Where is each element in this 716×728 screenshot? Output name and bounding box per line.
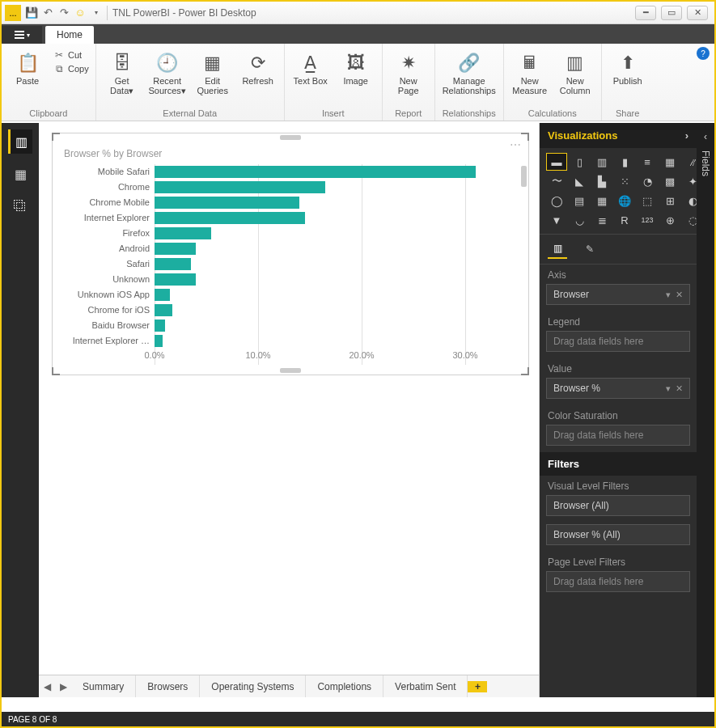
viz-card-icon[interactable]: ⬚: [637, 192, 658, 210]
bar[interactable]: [155, 320, 165, 332]
bar[interactable]: [155, 304, 172, 316]
viz-123-icon[interactable]: 123: [637, 211, 658, 229]
viz-multi-card-icon[interactable]: ⊞: [659, 192, 680, 210]
new-page-button[interactable]: ✷New Page: [388, 49, 430, 97]
bar[interactable]: [155, 181, 325, 193]
format-tab-icon[interactable]: ✎: [580, 239, 599, 259]
viz-100bar-icon[interactable]: ≡: [637, 153, 658, 171]
remove-icon[interactable]: ✕: [676, 383, 683, 394]
get-data-button[interactable]: 🗄Get Data▾: [101, 49, 143, 97]
resize-handle[interactable]: [52, 133, 60, 141]
viz-import-icon[interactable]: ◌: [682, 211, 697, 229]
viz-clustered-column-icon[interactable]: ▮: [614, 153, 635, 171]
page-next-icon[interactable]: ▶: [55, 681, 71, 692]
viz-scatter-icon[interactable]: ⁙: [614, 172, 635, 190]
filter-browser[interactable]: Browser (All): [546, 495, 690, 516]
viz-custom-icon[interactable]: ⊕: [659, 211, 680, 229]
color-saturation-well[interactable]: Drag data fields here: [546, 425, 690, 446]
paste-button[interactable]: 📋Paste: [6, 49, 49, 97]
page-tab[interactable]: Operating Systems: [200, 675, 306, 697]
help-icon[interactable]: ?: [697, 47, 710, 60]
viz-100column-icon[interactable]: ▦: [659, 153, 680, 171]
page-tab[interactable]: Browsers: [136, 675, 200, 697]
report-view-button[interactable]: ▥: [8, 129, 32, 154]
legend-field-well[interactable]: Drag data fields here: [546, 331, 690, 352]
viz-stacked-column-icon[interactable]: ▥: [591, 153, 612, 171]
viz-r-icon[interactable]: R: [614, 211, 635, 229]
new-column-button[interactable]: ▥New Column: [554, 49, 596, 97]
viz-gauge-icon[interactable]: ◡: [569, 211, 590, 229]
model-view-button[interactable]: ⿻: [8, 194, 32, 218]
bar[interactable]: [155, 335, 163, 347]
refresh-button[interactable]: ⟳Refresh: [237, 49, 279, 97]
page-tab[interactable]: Summary: [71, 675, 136, 697]
viz-table-icon[interactable]: ▤: [569, 192, 590, 210]
viz-treemap-icon[interactable]: ▩: [659, 172, 680, 190]
redo-icon[interactable]: ↷: [57, 6, 71, 20]
viz-donut-icon[interactable]: ◯: [546, 192, 567, 210]
add-page-button[interactable]: +: [468, 681, 487, 692]
maximize-button[interactable]: ▭: [661, 6, 682, 20]
resize-handle[interactable]: [521, 367, 529, 375]
axis-field-well[interactable]: Browser ▾✕: [546, 284, 690, 305]
chevron-left-icon[interactable]: ‹: [704, 131, 707, 142]
save-icon[interactable]: 💾: [24, 6, 39, 20]
new-measure-button[interactable]: 🖩New Measure: [509, 49, 551, 97]
chevron-right-icon[interactable]: ›: [685, 129, 688, 142]
tab-home[interactable]: Home: [45, 26, 94, 44]
dropdown-icon[interactable]: ▾: [666, 290, 671, 300]
remove-icon[interactable]: ✕: [676, 290, 683, 300]
viz-pie-icon[interactable]: ◔: [637, 172, 658, 190]
report-canvas[interactable]: ⋯ Browser % by Browser Mobile SafariChro…: [39, 123, 540, 697]
cut-button[interactable]: ✂Cut: [52, 49, 91, 61]
viz-kpi-icon[interactable]: ◐: [682, 192, 697, 210]
viz-clustered-bar-icon[interactable]: ▯: [569, 153, 590, 171]
viz-matrix-icon[interactable]: ▦: [591, 192, 612, 210]
resize-handle[interactable]: [521, 133, 529, 141]
scrollbar-thumb[interactable]: [521, 166, 527, 187]
undo-icon[interactable]: ↶: [40, 6, 55, 20]
close-button[interactable]: ✕: [687, 6, 708, 20]
page-prev-icon[interactable]: ◀: [39, 681, 55, 692]
drag-handle[interactable]: [280, 368, 301, 373]
bar[interactable]: [155, 227, 211, 239]
viz-stacked-bar-icon[interactable]: ▬: [546, 153, 567, 171]
recent-sources-button[interactable]: 🕘Recent Sources▾: [146, 49, 189, 97]
page-filters-well[interactable]: Drag data fields here: [546, 571, 690, 592]
drag-handle[interactable]: [280, 135, 301, 140]
data-view-button[interactable]: ▦: [8, 162, 32, 186]
minimize-button[interactable]: ━: [635, 6, 656, 20]
visualizations-header[interactable]: Visualizations›: [540, 123, 697, 148]
fields-tab-icon[interactable]: ▥: [548, 239, 567, 259]
bar[interactable]: [155, 289, 170, 301]
viz-line-icon[interactable]: 〜: [546, 172, 567, 190]
text-box-button[interactable]: A̲Text Box: [290, 49, 332, 97]
page-tab[interactable]: Verbatim Sent: [383, 675, 468, 697]
smiley-icon[interactable]: ☺: [73, 6, 87, 20]
fields-pane-collapsed[interactable]: ‹ Fields: [697, 123, 714, 697]
bar[interactable]: [155, 273, 196, 286]
publish-button[interactable]: ⬆Publish: [607, 49, 649, 97]
viz-funnel-icon[interactable]: ▼: [546, 211, 567, 229]
viz-slicer-icon[interactable]: ≣: [591, 211, 612, 229]
viz-combo-icon[interactable]: ⫽: [682, 153, 697, 171]
dropdown-icon[interactable]: ▾: [666, 383, 671, 394]
value-field-well[interactable]: Browser % ▾✕: [546, 378, 690, 399]
manage-relationships-button[interactable]: 🔗Manage Relationships: [440, 49, 498, 97]
visual-more-icon[interactable]: ⋯: [510, 138, 522, 151]
qat-dropdown-icon[interactable]: ▾: [89, 6, 104, 20]
bar[interactable]: [155, 212, 305, 224]
image-button[interactable]: 🖼Image: [335, 49, 377, 97]
viz-filled-map-icon[interactable]: 🌐: [614, 192, 635, 210]
viz-area-icon[interactable]: ◣: [569, 172, 590, 190]
viz-map-icon[interactable]: ✦: [682, 172, 697, 190]
copy-button[interactable]: ⧉Copy: [52, 62, 91, 75]
file-menu-button[interactable]: [2, 26, 42, 44]
viz-waterfall-icon[interactable]: ▙: [591, 172, 612, 190]
bar[interactable]: [155, 166, 476, 178]
bar[interactable]: [155, 243, 196, 255]
bar[interactable]: [155, 197, 299, 209]
resize-handle[interactable]: [52, 367, 60, 375]
chart-visual[interactable]: ⋯ Browser % by Browser Mobile SafariChro…: [52, 133, 529, 375]
bar[interactable]: [155, 258, 191, 270]
